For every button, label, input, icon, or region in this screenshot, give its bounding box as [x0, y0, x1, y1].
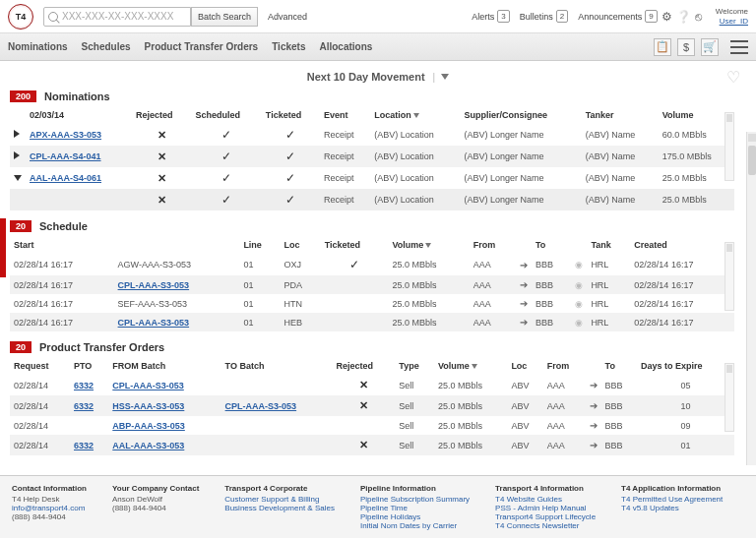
nav-schedules[interactable]: Schedules	[82, 41, 131, 52]
table-row[interactable]: 02/28/14 16:17CPL-AAA-S3-05301PDA25.0 MB…	[10, 275, 734, 294]
col-days[interactable]: Days to Expire	[637, 357, 734, 375]
footer-link[interactable]: Transport4 Support Lifecycle	[495, 512, 596, 521]
alerts-pill[interactable]: Alerts 3	[472, 10, 509, 23]
from-batch-link[interactable]: HSS-AAA-S3-053	[112, 401, 184, 411]
table-row[interactable]: 02/28/14 16:17CPL-AAA-S3-05301HEB25.0 MB…	[10, 313, 734, 331]
clipboard-icon[interactable]: 📋	[654, 38, 671, 56]
col-scheduled[interactable]: Scheduled	[192, 106, 262, 124]
dropdown-caret-icon[interactable]	[441, 74, 449, 80]
footer-link[interactable]: Business Development & Sales	[224, 504, 335, 512]
help-icon[interactable]: ❔	[676, 10, 691, 24]
table-row[interactable]: 02/28/146332HSS-AAA-S3-053CPL-AAA-S3-053…	[10, 395, 734, 416]
col-to2[interactable]: To	[601, 357, 637, 375]
col-type[interactable]: Type	[395, 357, 434, 375]
cart-icon[interactable]: 🛒	[701, 38, 719, 56]
table-row[interactable]: 02/28/14ABP-AAA-S3-053Sell25.0 MBblsABVA…	[10, 416, 734, 435]
pto-link[interactable]: 6332	[74, 441, 94, 450]
user-link[interactable]: User_ID	[720, 17, 748, 26]
col-to-batch[interactable]: TO Batch	[221, 357, 333, 375]
batch-search-button[interactable]: Batch Search	[191, 7, 258, 27]
advanced-link[interactable]: Advanced	[268, 12, 307, 22]
gear-icon[interactable]: ⚙	[662, 10, 672, 24]
table-row[interactable]: CPL-AAA-S4-041✕✓✓Receipt(ABV) Location(A…	[10, 146, 734, 167]
col-event[interactable]: Event	[320, 106, 370, 124]
footer-link[interactable]: T4 v5.8 Updates	[621, 504, 723, 512]
pto-link[interactable]: 6332	[74, 381, 94, 390]
footer-link[interactable]: Pipeline Time	[360, 504, 470, 512]
col-created[interactable]: Created	[630, 236, 734, 254]
col-tanker[interactable]: Tanker	[582, 106, 659, 124]
col-to[interactable]: To	[532, 236, 571, 254]
menu-icon[interactable]	[730, 40, 748, 54]
footer-link[interactable]: T4 Connects Newsletter	[495, 521, 596, 530]
col-from[interactable]: From	[470, 236, 516, 254]
col-request[interactable]: Request	[10, 357, 70, 375]
from-batch-link[interactable]: AAL-AAA-S3-053	[112, 441, 184, 450]
bulletins-pill[interactable]: Bulletins 2	[520, 10, 568, 23]
sort-caret-icon[interactable]	[425, 243, 431, 248]
col-line[interactable]: Line	[239, 236, 280, 254]
batch-link[interactable]: APX-AAA-S3-053	[30, 130, 101, 140]
expand-icon[interactable]	[14, 130, 20, 138]
batch-link[interactable]: CPL-AAA-S3-053	[118, 318, 190, 328]
footer-link[interactable]: info@transport4.com	[12, 504, 87, 512]
cell-from: AAA	[470, 275, 516, 294]
col-rejected2[interactable]: Rejected	[332, 357, 395, 375]
col-start[interactable]: Start	[10, 236, 114, 254]
left-drag-handle[interactable]	[0, 218, 6, 277]
page-scrollbar[interactable]	[746, 132, 756, 465]
search-input[interactable]: XXX-XXX-XX-XXX-XXXX	[43, 7, 191, 27]
col-volume[interactable]: Volume	[659, 106, 734, 124]
favorite-icon[interactable]: ♡	[726, 68, 740, 87]
footer-link[interactable]: Pipeline Subscription Summary	[360, 495, 470, 504]
nav-tickets[interactable]: Tickets	[272, 41, 305, 52]
table-row[interactable]: 02/28/14 16:17SEF-AAA-S3-05301HTN25.0 MB…	[10, 294, 734, 313]
footer-link[interactable]: Initial Nom Dates by Carrier	[360, 521, 470, 530]
from-batch-link[interactable]: CPL-AAA-S3-053	[112, 381, 184, 390]
table-row[interactable]: APX-AAA-S3-053✕✓✓Receipt(ABV) Location(A…	[10, 124, 734, 146]
nominations-scrollbar[interactable]	[724, 112, 734, 181]
batch-link[interactable]: CPL-AAA-S4-041	[30, 151, 101, 161]
footer-link[interactable]: Pipeline Holidays	[360, 512, 470, 521]
brand-logo[interactable]: T4	[8, 4, 33, 30]
col-tank[interactable]: Tank	[587, 236, 630, 254]
col-volume3[interactable]: Volume	[434, 357, 507, 375]
schedule-scrollbar[interactable]	[724, 242, 734, 311]
dollar-icon[interactable]: $	[677, 38, 695, 56]
col-ticketed2[interactable]: Ticketed	[321, 236, 389, 254]
sort-caret-icon[interactable]	[472, 364, 477, 369]
table-row[interactable]: 02/28/146332CPL-AAA-S3-053✕Sell25.0 MBbl…	[10, 375, 734, 395]
batch-link[interactable]: CPL-AAA-S3-053	[118, 280, 190, 290]
col-loc[interactable]: Loc	[281, 236, 321, 254]
pto-scrollbar[interactable]	[724, 363, 734, 432]
batch-link[interactable]: AAL-AAA-S4-061	[30, 173, 101, 183]
col-location[interactable]: Location	[370, 106, 460, 124]
logout-icon[interactable]: ⎋	[695, 10, 702, 24]
col-loc2[interactable]: Loc	[507, 357, 542, 375]
table-row[interactable]: 02/28/14 16:17AGW-AAA-S3-05301OXJ✓25.0 M…	[10, 254, 734, 275]
sort-caret-icon[interactable]	[413, 113, 419, 118]
footer-link[interactable]: T4 Website Guides	[495, 495, 596, 504]
col-pto[interactable]: PTO	[70, 357, 108, 375]
nav-nominations[interactable]: Nominations	[8, 41, 68, 52]
footer-link[interactable]: T4 Permitted Use Agreement	[621, 495, 723, 504]
footer-link[interactable]: Customer Support & Billing	[224, 495, 335, 504]
pto-link[interactable]: 6332	[74, 401, 94, 411]
table-row[interactable]: ✕✓✓Receipt(ABV) Location(ABV) Longer Nam…	[10, 189, 734, 210]
announcements-pill[interactable]: Announcements 9	[578, 10, 658, 23]
table-row[interactable]: AAL-AAA-S4-061✕✓✓Receipt(ABV) Location(A…	[10, 167, 734, 189]
col-from-batch[interactable]: FROM Batch	[108, 357, 220, 375]
expand-icon[interactable]	[14, 151, 20, 159]
from-batch-link[interactable]: ABP-AAA-S3-053	[112, 421, 185, 431]
table-row[interactable]: 02/28/146332AAL-AAA-S3-053✕Sell25.0 MBbl…	[10, 435, 734, 455]
collapse-icon[interactable]	[14, 175, 22, 181]
col-rejected[interactable]: Rejected	[132, 106, 192, 124]
nav-pto[interactable]: Product Transfer Orders	[145, 41, 259, 52]
footer-link[interactable]: PSS - Admin Help Manual	[495, 504, 596, 512]
to-batch-link[interactable]: CPL-AAA-S3-053	[225, 401, 297, 411]
col-from2[interactable]: From	[543, 357, 586, 375]
col-supcon[interactable]: Supplier/Consignee	[461, 106, 582, 124]
col-ticketed[interactable]: Ticketed	[262, 106, 320, 124]
nav-allocations[interactable]: Allocations	[319, 41, 372, 52]
col-volume2[interactable]: Volume	[388, 236, 469, 254]
